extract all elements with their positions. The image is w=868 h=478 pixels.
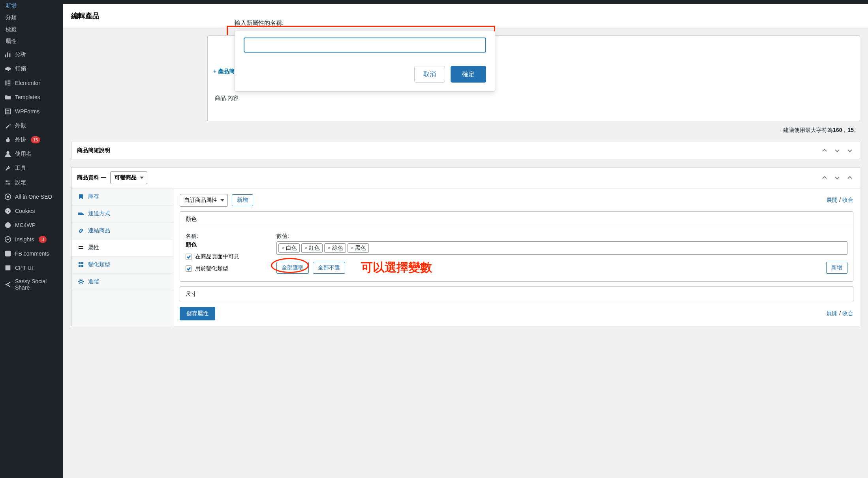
svg-point-11 [6, 151, 9, 154]
svg-rect-5 [8, 81, 10, 82]
collapse-link[interactable]: 收合 [842, 197, 853, 203]
sidebar-item-label: 工具 [15, 165, 26, 172]
svg-rect-8 [6, 109, 11, 114]
sidebar-item-insights[interactable]: Insights 3 [0, 232, 63, 247]
sidebar-sub-categories[interactable]: 分類 [0, 12, 63, 24]
tab-attributes[interactable]: 屬性 [71, 239, 173, 256]
add-attribute-button[interactable]: 新增 [232, 194, 253, 206]
tag-label: 白色 [286, 245, 297, 252]
sidebar-item-users[interactable]: 使用者 [0, 147, 63, 161]
save-attributes-button[interactable]: 儲存屬性 [180, 307, 215, 320]
svg-rect-32 [79, 248, 83, 249]
attribute-select[interactable]: 自訂商品屬性 [180, 194, 228, 207]
tab-shipping[interactable]: 運送方式 [71, 205, 173, 222]
sidebar-sub-attributes[interactable]: 屬性 [0, 36, 63, 47]
svg-point-25 [6, 284, 7, 285]
attribute-name-dialog: 輸入新屬性的名稱: 取消 確定 [235, 19, 495, 92]
tag-remove-icon[interactable]: × [350, 245, 353, 251]
svg-rect-6 [8, 83, 10, 84]
svg-rect-35 [79, 265, 81, 267]
tab-linked-products[interactable]: 連結商品 [71, 222, 173, 239]
panel-toggle-button[interactable] [845, 146, 854, 155]
tag-red[interactable]: ×紅色 [301, 243, 323, 253]
svg-rect-34 [81, 262, 83, 264]
user-icon [4, 150, 12, 158]
select-all-button[interactable]: 全部選取 [276, 262, 309, 274]
plug-icon [4, 136, 12, 144]
dialog-input[interactable] [244, 38, 486, 53]
sidebar-item-appearance[interactable]: 外觀 [0, 119, 63, 133]
megaphone-icon [4, 65, 12, 73]
select-none-button[interactable]: 全部不選 [313, 262, 345, 274]
visible-checkbox[interactable] [186, 254, 192, 260]
sidebar-item-cptui[interactable]: CPT UI [0, 261, 63, 275]
sidebar-item-fbcomments[interactable]: FB comments [0, 247, 63, 261]
tab-variations[interactable]: 變化類型 [71, 256, 173, 273]
dialog-cancel-button[interactable]: 取消 [414, 66, 445, 83]
panel-toggle-button[interactable] [845, 173, 854, 182]
foot-expand-link[interactable]: 展開 [827, 310, 838, 316]
sidebar-item-elementor[interactable]: Elementor [0, 76, 63, 90]
wrench-icon [4, 164, 12, 172]
sidebar-sub-add[interactable]: 新增 [0, 0, 63, 12]
panel-up-button[interactable] [820, 146, 829, 155]
tab-inventory[interactable]: 庫存 [71, 188, 173, 205]
attribute-head-color[interactable]: 顏色 [180, 212, 853, 227]
sidebar-item-mc4wp[interactable]: MC4WP [0, 218, 63, 232]
svg-point-15 [8, 183, 10, 185]
dialog-confirm-button[interactable]: 確定 [451, 66, 486, 83]
tab-label: 庫存 [88, 193, 99, 200]
svg-point-17 [7, 196, 9, 198]
sidebar-item-wpforms[interactable]: WPForms [0, 104, 63, 119]
sidebar-item-settings[interactable]: 設定 [0, 175, 63, 190]
tag-green[interactable]: ×綠色 [324, 243, 346, 253]
add-value-button[interactable]: 新增 [826, 262, 847, 274]
sidebar-item-label: Sassy Social Share [15, 278, 59, 291]
sidebar-item-label: 分析 [15, 51, 26, 58]
sidebar-item-sassy[interactable]: Sassy Social Share [0, 275, 63, 294]
tab-label: 進階 [88, 278, 99, 285]
insights-icon [4, 235, 12, 243]
brush-icon [4, 122, 12, 130]
tag-white[interactable]: ×白色 [278, 243, 300, 253]
expand-link[interactable]: 展開 [827, 197, 838, 203]
tab-advanced[interactable]: 進階 [71, 273, 173, 290]
tag-black[interactable]: ×黑色 [348, 243, 369, 253]
foot-collapse-link[interactable]: 收合 [842, 310, 853, 316]
short-description-panel: 商品簡短說明 [71, 142, 860, 159]
desc-hint: 建議使用最大字符為160，15。 [207, 124, 860, 134]
svg-point-21 [5, 222, 11, 228]
expand-collapse-links: 展開 / 收合 [827, 197, 853, 204]
tag-remove-icon[interactable]: × [327, 245, 330, 251]
product-data-panel: 商品資料 — 可變商品 庫存 運送方式 連結商品 屬性 變化類型 進階 [71, 167, 860, 326]
sidebar-item-label: All in One SEO [15, 194, 52, 200]
sidebar-item-analytics[interactable]: 分析 [0, 47, 63, 62]
seo-icon [4, 193, 12, 201]
sidebar-item-aioseo[interactable]: All in One SEO [0, 190, 63, 204]
panel-up-button[interactable] [820, 173, 829, 182]
sidebar-item-templates[interactable]: Templates [0, 90, 63, 104]
svg-rect-0 [5, 55, 6, 57]
panel-down-button[interactable] [833, 173, 842, 182]
attribute-head-size[interactable]: 尺寸 [180, 287, 853, 302]
tag-label: 紅色 [309, 245, 320, 252]
sidebar-item-plugins[interactable]: 外掛 15 [0, 133, 63, 147]
tag-remove-icon[interactable]: × [281, 245, 284, 251]
sidebar-item-tools[interactable]: 工具 [0, 161, 63, 175]
tag-remove-icon[interactable]: × [304, 245, 307, 251]
attr-value-tagbox[interactable]: ×白色 ×紅色 ×綠色 ×黑色 [276, 241, 847, 255]
sidebar-item-label: 外觀 [15, 122, 26, 129]
sidebar-item-cookies[interactable]: Cookies [0, 204, 63, 218]
sidebar-item-marketing[interactable]: 行銷 [0, 62, 63, 76]
sidebar-sub-tags[interactable]: 標籤 [0, 24, 63, 36]
form-icon [4, 107, 12, 115]
sidebar-item-label: 使用者 [15, 151, 32, 158]
folder-icon [4, 93, 12, 101]
svg-rect-1 [7, 53, 8, 58]
tag-label: 綠色 [332, 245, 343, 252]
sidebar-item-label: Templates [15, 94, 40, 100]
variation-checkbox[interactable] [186, 265, 192, 272]
elementor-icon [4, 79, 12, 87]
panel-down-button[interactable] [833, 146, 842, 155]
product-type-select[interactable]: 可變商品 [110, 171, 147, 184]
